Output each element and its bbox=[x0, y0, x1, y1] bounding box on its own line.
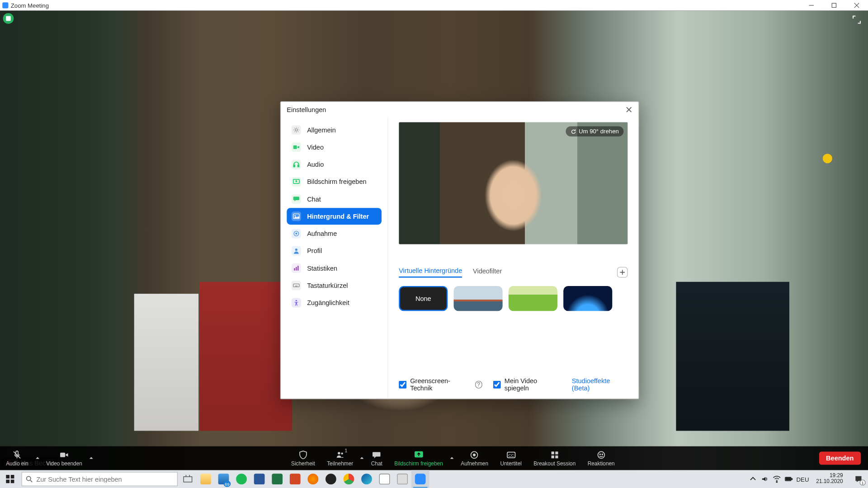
taskbar-app-word[interactable] bbox=[250, 470, 269, 488]
taskbar-app-generic[interactable] bbox=[393, 470, 411, 488]
nav-chat[interactable]: Chat bbox=[287, 191, 382, 207]
nav-accessibility[interactable]: Zugänglichkeit bbox=[287, 294, 382, 311]
tray-network-icon[interactable] bbox=[773, 475, 781, 483]
share-menu-caret[interactable] bbox=[449, 456, 455, 461]
nav-label: Allgemein bbox=[307, 127, 336, 134]
bg-option-grass[interactable] bbox=[509, 286, 557, 311]
settings-titlebar: Einstellungen bbox=[281, 102, 638, 117]
add-background-button[interactable] bbox=[617, 267, 628, 278]
taskbar-app-zoom[interactable] bbox=[411, 470, 429, 488]
bg-none-label: None bbox=[415, 295, 431, 302]
nav-general[interactable]: Allgemein bbox=[287, 122, 382, 138]
video-menu-caret[interactable] bbox=[88, 456, 94, 461]
tab-video-filters[interactable]: Videofilter bbox=[473, 267, 502, 277]
action-center-button[interactable]: 1 bbox=[850, 470, 867, 488]
nav-label: Zugänglichkeit bbox=[307, 299, 349, 306]
enter-fullscreen-icon[interactable] bbox=[853, 15, 861, 23]
taskbar-app-explorer[interactable] bbox=[197, 470, 215, 488]
share-screen-button[interactable]: Bildschirm freigeben bbox=[388, 450, 449, 467]
nav-label: Statistiken bbox=[307, 265, 337, 272]
smile-icon bbox=[596, 450, 606, 460]
record-icon bbox=[292, 229, 301, 238]
tray-overflow-icon[interactable] bbox=[749, 475, 757, 483]
taskbar-app-powerpoint[interactable] bbox=[286, 470, 304, 488]
window-minimize-button[interactable] bbox=[800, 0, 823, 11]
record-button[interactable]: Aufnehmen bbox=[455, 450, 494, 467]
tab-virtual-backgrounds[interactable]: Virtuelle Hintergründe bbox=[399, 267, 462, 278]
taskbar-search[interactable] bbox=[21, 472, 177, 486]
taskbar-app-mail[interactable]: 69 bbox=[215, 470, 233, 488]
record-icon bbox=[469, 450, 479, 460]
tray-language[interactable]: DEU bbox=[797, 476, 809, 483]
svg-rect-16 bbox=[294, 268, 295, 270]
participants-button[interactable]: Teilnehmer 1 bbox=[321, 450, 359, 467]
nav-label: Chat bbox=[307, 196, 321, 203]
control-label: Audio ein bbox=[6, 460, 28, 466]
taskbar-app-edge[interactable] bbox=[358, 470, 376, 488]
svg-point-29 bbox=[338, 452, 340, 454]
svg-point-52 bbox=[776, 481, 777, 482]
tray-clock[interactable]: 19:29 21.10.2020 bbox=[812, 473, 846, 485]
svg-rect-39 bbox=[555, 455, 558, 458]
bg-option-bridge[interactable] bbox=[454, 286, 503, 311]
taskbar-app-notepad[interactable] bbox=[376, 470, 394, 488]
taskbar-app-excel[interactable] bbox=[268, 470, 286, 488]
nav-background-filters[interactable]: Hintergrund & Filter bbox=[287, 208, 382, 225]
search-input[interactable] bbox=[36, 475, 173, 483]
taskbar-app-firefox[interactable] bbox=[304, 470, 322, 488]
start-button[interactable] bbox=[0, 470, 20, 488]
participants-icon bbox=[335, 450, 345, 460]
grid-icon bbox=[550, 450, 560, 460]
window-maximize-button[interactable] bbox=[823, 0, 845, 11]
tray-battery-icon[interactable] bbox=[784, 475, 793, 483]
chat-icon bbox=[292, 194, 301, 204]
taskbar-app-spotify[interactable] bbox=[232, 470, 250, 488]
chat-icon bbox=[372, 450, 382, 460]
security-button[interactable]: Sicherheit bbox=[285, 450, 321, 467]
greenscreen-input[interactable] bbox=[399, 380, 406, 388]
encryption-shield-icon[interactable] bbox=[3, 13, 14, 24]
nav-share-screen[interactable]: Bildschirm freigeben bbox=[287, 174, 382, 190]
video-button[interactable]: Video beenden bbox=[40, 450, 88, 467]
audio-menu-caret[interactable] bbox=[34, 456, 40, 461]
studio-effects-link[interactable]: Studioeffekte (Beta) bbox=[572, 377, 628, 392]
accessibility-icon bbox=[292, 298, 301, 307]
participants-menu-caret[interactable] bbox=[359, 456, 365, 461]
audio-button[interactable]: Audio ein bbox=[0, 450, 34, 467]
mic-muted-icon bbox=[12, 450, 22, 460]
cc-button[interactable]: CC Untertitel bbox=[494, 450, 528, 467]
camera-icon bbox=[59, 450, 69, 460]
zoom-app-icon bbox=[2, 2, 8, 8]
window-close-button[interactable] bbox=[845, 0, 868, 11]
tray-volume-icon[interactable] bbox=[760, 475, 769, 483]
background-tabs: Virtuelle Hintergründe Videofilter bbox=[399, 267, 627, 278]
control-label: Bildschirm freigeben bbox=[394, 460, 443, 466]
breakout-button[interactable]: Breakout Session bbox=[528, 450, 581, 467]
mirror-input[interactable] bbox=[493, 380, 501, 388]
mail-badge: 69 bbox=[224, 481, 231, 487]
mirror-video-checkbox[interactable]: Mein Video spiegeln bbox=[493, 377, 561, 392]
end-meeting-button[interactable]: Beenden bbox=[819, 452, 861, 465]
nav-recording[interactable]: Aufnahme bbox=[287, 225, 382, 242]
rotate-90-button[interactable]: Um 90° drehen bbox=[566, 127, 623, 136]
nav-video[interactable]: Video bbox=[287, 139, 382, 155]
nav-statistics[interactable]: Statistiken bbox=[287, 260, 382, 277]
bg-option-space[interactable] bbox=[563, 286, 612, 311]
taskbar-app-chrome[interactable] bbox=[340, 470, 358, 488]
nav-label: Hintergrund & Filter bbox=[307, 213, 369, 220]
nav-audio[interactable]: Audio bbox=[287, 156, 382, 173]
nav-shortcuts[interactable]: Tastaturkürzel bbox=[287, 277, 382, 294]
control-label: Video beenden bbox=[46, 460, 82, 466]
info-icon[interactable]: ? bbox=[475, 380, 482, 388]
reactions-button[interactable]: Reaktionen bbox=[581, 450, 620, 467]
close-icon[interactable] bbox=[623, 103, 635, 115]
control-label: Teilnehmer bbox=[327, 460, 353, 466]
svg-rect-37 bbox=[555, 451, 558, 454]
bg-option-none[interactable]: None bbox=[399, 286, 448, 311]
chat-button[interactable]: Chat bbox=[365, 450, 388, 467]
task-view-button[interactable] bbox=[179, 470, 197, 488]
greenscreen-checkbox[interactable]: Greenscreen-Technik bbox=[399, 377, 470, 392]
nav-profile[interactable]: Profil bbox=[287, 243, 382, 259]
taskbar-app-obs[interactable] bbox=[322, 470, 340, 488]
settings-dialog: Einstellungen Allgemein Video Audio bbox=[280, 101, 639, 399]
